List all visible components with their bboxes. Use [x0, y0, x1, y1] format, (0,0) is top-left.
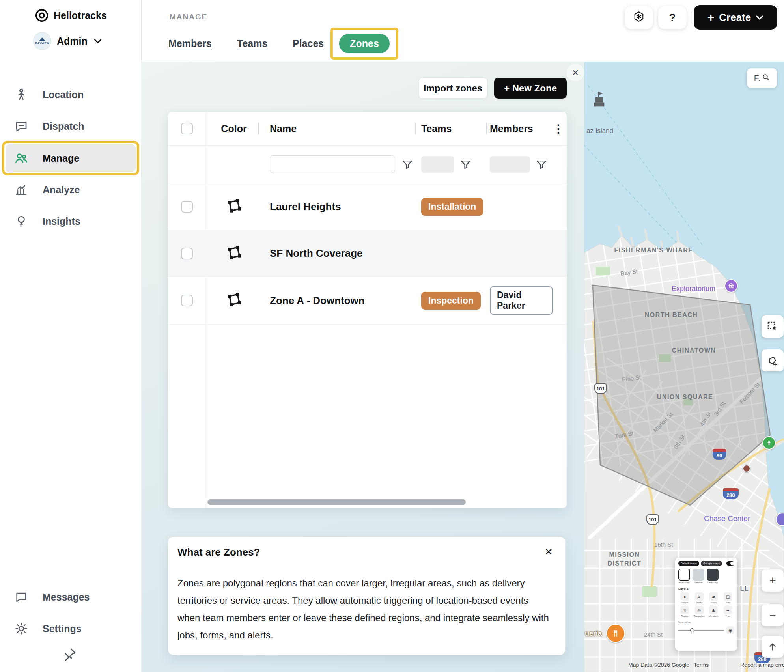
layer-toggle-places[interactable]: ●Places — [678, 592, 691, 604]
table-row[interactable]: SF North Coverage — [168, 230, 567, 276]
map-canvas[interactable]: az Island FISHERMAN'S WHARF NORTH BEACH … — [584, 62, 784, 672]
poi-label-exploratorium[interactable]: Exploratorium — [672, 285, 715, 293]
layer-toggle-routes[interactable]: ↯Routes — [678, 606, 691, 617]
map-label-north-beach: NORTH BEACH — [642, 311, 701, 319]
map-label-hill-partial: LL — [739, 584, 750, 593]
teams-filter-input[interactable] — [421, 156, 454, 173]
icon-size-slider[interactable] — [678, 630, 724, 631]
maps-toggle[interactable] — [726, 561, 734, 566]
name-filter-input[interactable] — [270, 155, 395, 173]
app-window: Hellotracks BAYVIEW Admin Location Dis — [0, 0, 784, 672]
map-style-dark[interactable] — [707, 569, 719, 581]
zones-table: Color Name Teams Members ⋮ — [168, 112, 567, 508]
filter-icon[interactable] — [536, 159, 547, 170]
sidebar-item-manage[interactable]: Manage — [0, 142, 142, 174]
zone-shape-icon — [225, 197, 243, 217]
row-checkbox[interactable] — [181, 201, 193, 213]
column-header-members: Members — [490, 123, 553, 134]
account-switcher[interactable]: BAYVIEW Admin — [0, 30, 142, 52]
filter-icon[interactable] — [460, 159, 472, 170]
filter-icon[interactable] — [401, 159, 413, 170]
layer-toggle-members[interactable]: ♟Members — [707, 606, 720, 617]
layer-toggle-traffic[interactable]: ≋Traffic — [693, 592, 706, 604]
plus-icon: + — [707, 11, 715, 23]
insights-icon — [13, 213, 30, 230]
brand[interactable]: Hellotracks — [0, 6, 142, 25]
topbar: MANAGE Members Teams Places Zones ? + Cr… — [142, 0, 784, 62]
create-button[interactable]: + Create — [694, 5, 777, 30]
route-shield-80: 80 — [713, 449, 726, 460]
select-zones-tool-button[interactable] — [762, 315, 784, 338]
column-header-name: Name — [262, 123, 419, 134]
user-name: Admin — [57, 35, 88, 47]
members-filter-input[interactable] — [490, 156, 530, 173]
table-menu-button[interactable]: ⋮ — [553, 123, 564, 135]
map-search-button[interactable]: F. — [747, 68, 777, 88]
map-label-chinatown: CHINATOWN — [665, 346, 722, 355]
map-style-roadmap[interactable] — [678, 569, 690, 581]
sidebar-item-settings[interactable]: Settings — [0, 613, 142, 644]
restaurant-poi-icon[interactable] — [606, 624, 625, 643]
zones-page: × Import zones + New Zone Color Name Tea… — [142, 62, 584, 672]
chevron-down-icon — [756, 15, 763, 20]
sidebar-item-label: Messages — [43, 592, 90, 603]
select-all-checkbox[interactable] — [181, 123, 193, 134]
sidebar-item-label: Settings — [43, 623, 82, 635]
zone-name: Zone A - Downtown — [270, 295, 365, 306]
table-row[interactable]: Laurel Heights Installation — [168, 183, 567, 230]
poi-label-chase-center[interactable]: Chase Center — [704, 514, 750, 523]
tab-members[interactable]: Members — [168, 38, 212, 49]
route-shield-280: 280 — [723, 488, 739, 499]
tab-places[interactable]: Places — [293, 38, 324, 49]
close-info-card-button[interactable]: × — [545, 545, 553, 558]
layer-toggle-zones[interactable]: ▰Zones — [707, 592, 720, 604]
assistant-button[interactable] — [625, 6, 653, 29]
layer-toggle-jobs[interactable]: ◳Jobs — [722, 592, 735, 604]
manage-icon — [13, 149, 30, 167]
sidebar-item-location[interactable]: Location — [0, 79, 142, 110]
map-label-island: az Island — [586, 127, 613, 135]
park-poi-icon[interactable] — [762, 436, 776, 450]
column-header-teams: Teams — [419, 123, 490, 134]
table-header-row: Color Name Teams Members ⋮ — [168, 112, 567, 145]
zone-shape-icon — [225, 291, 243, 310]
location-icon — [13, 86, 30, 103]
row-checkbox[interactable] — [181, 248, 193, 259]
gear-icon — [13, 620, 30, 637]
tab-zones[interactable]: Zones — [339, 34, 390, 53]
pin-sidebar-icon[interactable] — [62, 647, 77, 663]
terms-link[interactable]: Terms — [694, 662, 709, 668]
layer-toggle-trips[interactable]: ➠Trips — [722, 606, 735, 617]
recenter-button[interactable] — [762, 636, 784, 658]
analyze-icon — [13, 181, 30, 198]
zoom-out-button[interactable]: − — [762, 604, 784, 626]
map-style-label: Road map — [678, 581, 690, 584]
museum-poi-icon[interactable] — [724, 279, 738, 293]
table-row[interactable]: Zone A - Downtown Inspection David Parke… — [168, 276, 567, 324]
help-button[interactable]: ? — [658, 6, 687, 29]
sidebar-item-insights[interactable]: Insights — [0, 205, 142, 237]
small-poi-icon[interactable] — [743, 465, 750, 472]
close-panel-button[interactable]: × — [567, 64, 584, 81]
sidebar-item-messages[interactable]: Messages — [0, 581, 142, 613]
maps-tab-google[interactable]: Google maps — [701, 561, 722, 566]
sidebar-item-analyze[interactable]: Analyze — [0, 174, 142, 205]
new-zone-button[interactable]: + New Zone — [494, 78, 567, 99]
map-style-satellite[interactable] — [693, 569, 704, 581]
locate-icon[interactable]: ◉ — [726, 626, 734, 634]
zone-name: Laurel Heights — [270, 201, 341, 213]
maps-tab-default[interactable]: Default maps — [678, 561, 699, 566]
draw-zone-tool-button[interactable] — [762, 349, 784, 371]
table-horizontal-scrollbar[interactable] — [207, 499, 466, 505]
column-header-color: Color — [206, 123, 262, 134]
layer-toggle-waypoints[interactable]: ◎Waypoints — [693, 606, 706, 617]
sidebar-item-label: Dispatch — [43, 121, 84, 132]
zoom-in-button[interactable]: + — [762, 569, 784, 592]
row-checkbox[interactable] — [181, 295, 193, 306]
report-map-error-link[interactable]: Report a map error — [740, 662, 784, 668]
sidebar-item-dispatch[interactable]: Dispatch — [0, 110, 142, 142]
map-style-label: Satellite — [693, 581, 704, 584]
tab-teams[interactable]: Teams — [237, 38, 267, 49]
import-zones-button[interactable]: Import zones — [418, 78, 487, 99]
hellotracks-logo-icon — [35, 8, 49, 22]
